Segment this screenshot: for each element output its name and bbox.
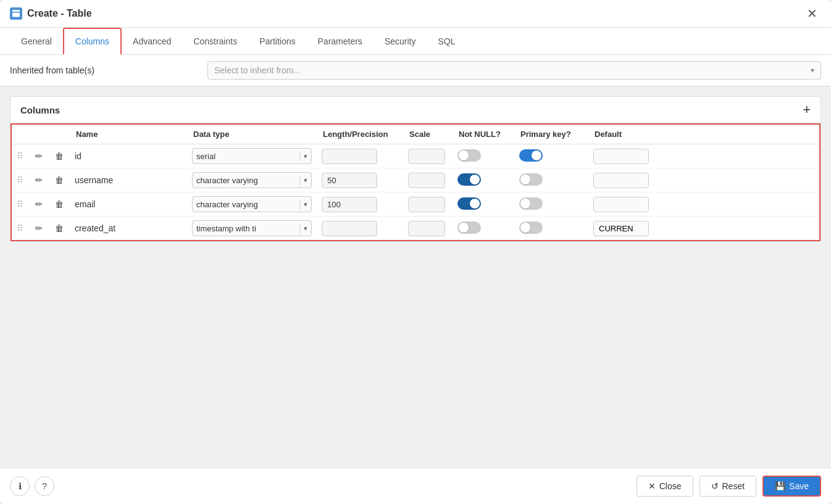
- delete-cell: 🗑: [49, 217, 70, 241]
- columns-section-header: Columns +: [10, 97, 821, 123]
- scale-cell: [403, 168, 453, 192]
- close-icon: ✕: [648, 481, 656, 491]
- th-name: Name: [70, 125, 187, 144]
- chevron-down-icon: ▾: [304, 200, 307, 209]
- notnull-track: [457, 197, 481, 210]
- close-button[interactable]: ✕ Close: [637, 476, 693, 497]
- notnull-cell: [453, 144, 514, 168]
- primarykey-toggle[interactable]: [519, 221, 543, 234]
- primarykey-toggle[interactable]: [519, 197, 543, 210]
- datatype-value: timestamp with ti: [196, 224, 296, 233]
- length-input[interactable]: [322, 197, 377, 212]
- drag-handle-cell: ⠿: [12, 144, 29, 168]
- tab-columns[interactable]: Columns: [63, 28, 122, 55]
- default-input[interactable]: [593, 221, 649, 236]
- notnull-track: [457, 221, 481, 234]
- tab-partitions[interactable]: Partitions: [248, 29, 306, 55]
- scale-input[interactable]: [408, 149, 445, 164]
- delete-cell: 🗑: [49, 192, 70, 217]
- th-delete: [49, 125, 70, 144]
- drag-handle-icon[interactable]: ⠿: [17, 199, 23, 209]
- info-button[interactable]: ℹ: [10, 476, 30, 496]
- save-button[interactable]: 💾 Save: [762, 476, 821, 497]
- inherit-select[interactable]: Select to inherit from... ▾: [207, 61, 821, 80]
- dialog-close-button[interactable]: ✕: [803, 6, 821, 21]
- drag-handle-icon[interactable]: ⠿: [17, 175, 23, 185]
- create-table-dialog: Create - Table ✕ General Columns Advance…: [0, 0, 831, 504]
- primarykey-track: [519, 197, 543, 210]
- notnull-toggle[interactable]: [457, 173, 481, 186]
- primarykey-thumb: [520, 199, 530, 209]
- delete-cell: 🗑: [49, 168, 70, 192]
- add-column-button[interactable]: +: [803, 103, 811, 117]
- drag-handle-cell: ⠿: [12, 168, 29, 192]
- default-input[interactable]: [593, 173, 649, 188]
- tab-general[interactable]: General: [10, 29, 63, 55]
- delete-column-button[interactable]: 🗑: [54, 198, 65, 210]
- delete-column-button[interactable]: 🗑: [54, 150, 65, 162]
- datatype-cell: serial | ▾: [187, 144, 317, 168]
- edit-column-button[interactable]: ✏: [34, 198, 44, 210]
- columns-table-head: Name Data type Length/Precision Scale No…: [12, 125, 819, 144]
- edit-column-button[interactable]: ✏: [34, 150, 44, 162]
- tab-advanced[interactable]: Advanced: [122, 29, 182, 55]
- tab-constraints[interactable]: Constraints: [182, 29, 248, 55]
- drag-handle-cell: ⠿: [12, 192, 29, 217]
- delete-column-button[interactable]: 🗑: [54, 222, 65, 234]
- default-cell: [588, 217, 819, 241]
- th-scale: Scale: [403, 125, 453, 144]
- default-cell: [588, 144, 819, 168]
- help-button[interactable]: ?: [35, 476, 54, 496]
- primarykey-cell: [514, 144, 588, 168]
- datatype-select[interactable]: character varying | ▾: [192, 196, 312, 212]
- save-label: Save: [789, 481, 809, 491]
- column-name-input[interactable]: [75, 199, 182, 209]
- name-cell: [70, 192, 187, 217]
- column-name-input[interactable]: [75, 175, 182, 185]
- datatype-cell: character varying | ▾: [187, 192, 317, 217]
- notnull-thumb: [459, 151, 469, 160]
- notnull-toggle[interactable]: [457, 149, 481, 162]
- scale-input[interactable]: [408, 221, 445, 236]
- primarykey-toggle[interactable]: [519, 173, 543, 186]
- length-input[interactable]: [322, 149, 377, 164]
- info-icon: ℹ: [19, 481, 22, 491]
- tab-bar: General Columns Advanced Constraints Par…: [0, 28, 831, 55]
- close-label: Close: [659, 481, 682, 491]
- dialog-title: Create - Table: [27, 8, 92, 19]
- notnull-toggle[interactable]: [457, 221, 481, 234]
- svg-rect-1: [12, 13, 20, 17]
- edit-cell: ✏: [29, 168, 49, 192]
- table-row: ⠿✏🗑 serial | ▾: [12, 144, 819, 168]
- length-input[interactable]: [322, 221, 377, 236]
- columns-table: Name Data type Length/Precision Scale No…: [12, 125, 819, 240]
- datatype-select[interactable]: timestamp with ti | ▾: [192, 220, 312, 236]
- notnull-track: [457, 173, 481, 186]
- datatype-select[interactable]: serial | ▾: [192, 148, 312, 164]
- primarykey-toggle[interactable]: [519, 149, 543, 162]
- tab-security[interactable]: Security: [374, 29, 427, 55]
- default-input[interactable]: [593, 149, 649, 164]
- column-name-input[interactable]: [75, 223, 182, 233]
- default-input[interactable]: [593, 197, 649, 212]
- scale-input[interactable]: [408, 173, 445, 188]
- column-name-input[interactable]: [75, 151, 182, 161]
- scale-cell: [403, 144, 453, 168]
- edit-column-button[interactable]: ✏: [34, 174, 44, 186]
- default-cell: [588, 192, 819, 217]
- reset-button[interactable]: ↺ Reset: [699, 476, 757, 497]
- tab-parameters[interactable]: Parameters: [307, 29, 374, 55]
- datatype-select[interactable]: character varying | ▾: [192, 172, 312, 188]
- edit-cell: ✏: [29, 217, 49, 241]
- drag-handle-icon[interactable]: ⠿: [17, 223, 23, 233]
- th-datatype: Data type: [187, 125, 317, 144]
- tab-sql[interactable]: SQL: [427, 29, 466, 55]
- scale-input[interactable]: [408, 197, 445, 212]
- columns-table-body: ⠿✏🗑 serial | ▾ ⠿✏🗑 character varying | ▾: [12, 144, 819, 241]
- length-cell: [317, 217, 403, 241]
- drag-handle-icon[interactable]: ⠿: [17, 151, 23, 161]
- delete-column-button[interactable]: 🗑: [54, 174, 65, 186]
- length-input[interactable]: [322, 173, 377, 188]
- notnull-toggle[interactable]: [457, 197, 481, 210]
- edit-column-button[interactable]: ✏: [34, 222, 44, 234]
